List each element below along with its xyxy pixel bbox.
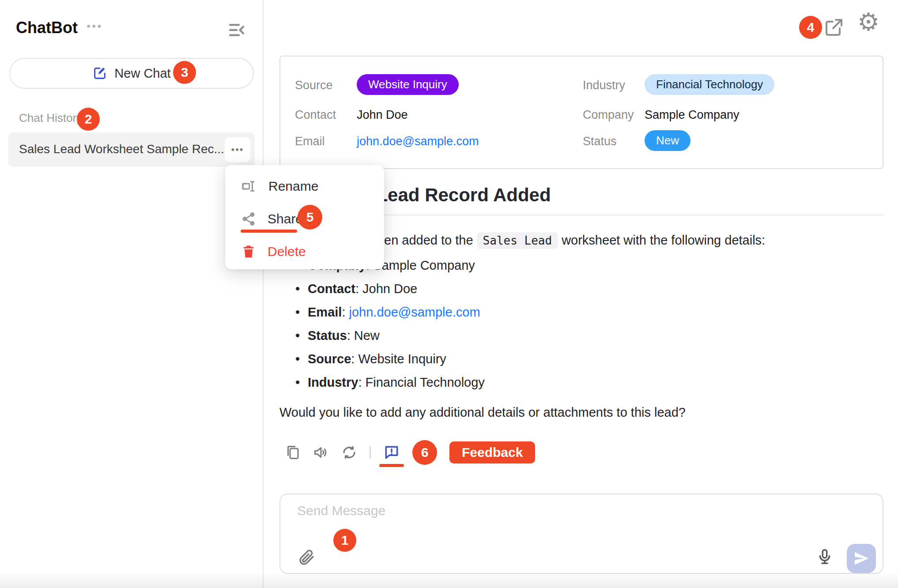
chat-history-label: Chat History xyxy=(19,111,82,125)
copy-icon[interactable] xyxy=(285,445,301,460)
send-message-input[interactable] xyxy=(297,503,827,539)
annotation-badge-6: 6 xyxy=(412,440,437,465)
lead-details-list: •Company: Sample Company •Contact: John … xyxy=(279,254,883,394)
feedback-annotation-label: Feedback xyxy=(449,441,535,464)
feedback-annotation-underline xyxy=(379,464,404,467)
code-chip: Sales Lead xyxy=(477,232,558,249)
email-label: Email xyxy=(295,135,325,148)
contact-value: John Doe xyxy=(357,108,408,122)
list-item: •Source: Website Inquiry xyxy=(279,347,883,371)
rename-icon xyxy=(241,178,257,194)
email-link[interactable]: john.doe@sample.com xyxy=(357,135,479,148)
chat-item-title: Sales Lead Worksheet Sample Rec... xyxy=(19,142,224,156)
industry-badge: Financial Technology xyxy=(645,74,774,95)
app-more-icon[interactable]: ••• xyxy=(87,19,102,33)
microphone-icon[interactable] xyxy=(815,547,834,568)
message-composer xyxy=(279,494,883,574)
new-chat-label: New Chat xyxy=(114,66,170,81)
regenerate-icon[interactable] xyxy=(341,445,357,460)
list-item: •Industry: Financial Technology xyxy=(279,371,883,394)
source-badge: Website Inquiry xyxy=(357,74,459,95)
trash-icon xyxy=(241,244,256,259)
annotation-badge-2: 2 xyxy=(77,108,100,131)
company-value: Sample Company xyxy=(645,108,740,122)
source-label: Source xyxy=(295,79,333,92)
menu-item-rename[interactable]: Rename xyxy=(225,177,384,196)
share-annotation-underline xyxy=(241,230,297,233)
chat-history-item[interactable]: Sales Lead Worksheet Sample Rec... ••• xyxy=(8,132,255,167)
open-in-new-window-icon[interactable] xyxy=(823,17,844,38)
email-link[interactable]: john.doe@sample.com xyxy=(349,305,480,319)
send-button[interactable] xyxy=(847,544,876,573)
message-closing: Would you like to add any additional det… xyxy=(279,405,883,420)
annotation-badge-5: 5 xyxy=(298,205,322,230)
annotation-badge-1: 1 xyxy=(333,529,356,552)
list-item: •Contact: John Doe xyxy=(279,277,883,301)
app-title: ChatBot xyxy=(16,19,78,37)
attachment-paperclip-icon[interactable] xyxy=(297,548,316,567)
menu-item-delete[interactable]: Delete xyxy=(225,242,384,261)
collapse-sidebar-icon[interactable] xyxy=(226,21,247,39)
contact-label: Contact xyxy=(295,108,336,122)
share-icon xyxy=(241,211,256,226)
lead-details-card: Source Website Inquiry Industry Financia… xyxy=(279,56,883,169)
status-label: Status xyxy=(583,135,617,148)
feedback-comment-icon[interactable] xyxy=(383,444,400,461)
annotation-badge-3: 3 xyxy=(173,61,196,84)
email-value: john.doe@sample.com xyxy=(357,135,479,148)
sidebar: ChatBot ••• New Chat Chat History Sales … xyxy=(0,0,264,588)
industry-label: Industry xyxy=(583,79,625,92)
speaker-icon[interactable] xyxy=(313,445,329,460)
new-chat-button[interactable]: New Chat xyxy=(9,58,254,89)
status-badge: New xyxy=(645,130,690,151)
annotation-badge-4: 4 xyxy=(799,16,822,39)
list-item: •Status: New xyxy=(279,324,883,347)
edit-pencil-icon xyxy=(92,66,107,81)
settings-gear-icon[interactable]: ⚙ xyxy=(857,10,879,34)
divider xyxy=(370,446,371,459)
message-action-row: 6 Feedback xyxy=(285,441,535,464)
chat-item-more-icon[interactable]: ••• xyxy=(225,137,250,162)
list-item: •Email: john.doe@sample.com xyxy=(279,301,883,324)
company-label: Company xyxy=(583,108,634,122)
